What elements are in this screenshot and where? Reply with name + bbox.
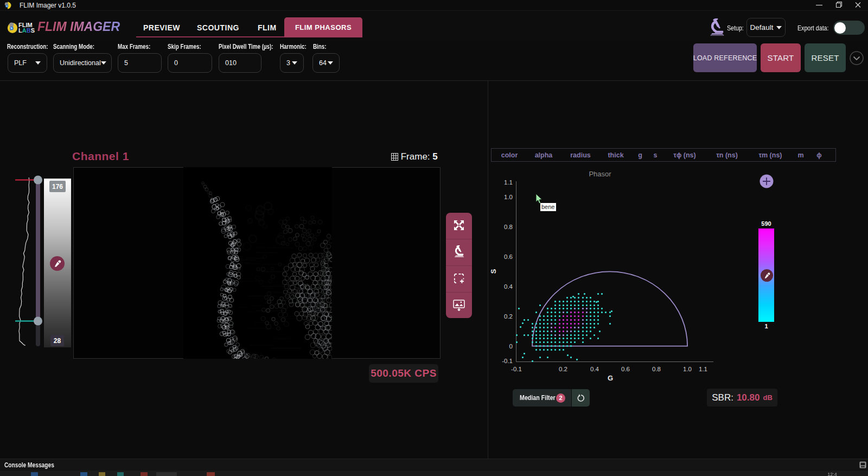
- svg-text:0.2: 0.2: [559, 366, 567, 372]
- svg-text:0.8: 0.8: [652, 366, 661, 372]
- svg-text:0.6: 0.6: [504, 253, 513, 260]
- svg-text:S: S: [489, 269, 497, 274]
- svg-text:0.6: 0.6: [621, 366, 630, 372]
- svg-text:1.1: 1.1: [699, 366, 707, 372]
- svg-text:-0.1: -0.1: [511, 366, 522, 372]
- svg-text:-0.1: -0.1: [502, 358, 513, 364]
- svg-text:0.4: 0.4: [504, 283, 513, 290]
- svg-text:1.0: 1.0: [504, 194, 513, 200]
- svg-text:G: G: [608, 374, 613, 382]
- svg-text:1.0: 1.0: [683, 366, 692, 372]
- svg-text:0.4: 0.4: [590, 366, 599, 372]
- svg-text:1.1: 1.1: [504, 179, 513, 186]
- svg-text:0: 0: [509, 343, 513, 350]
- svg-text:0.8: 0.8: [504, 224, 513, 230]
- svg-text:0.2: 0.2: [504, 313, 513, 320]
